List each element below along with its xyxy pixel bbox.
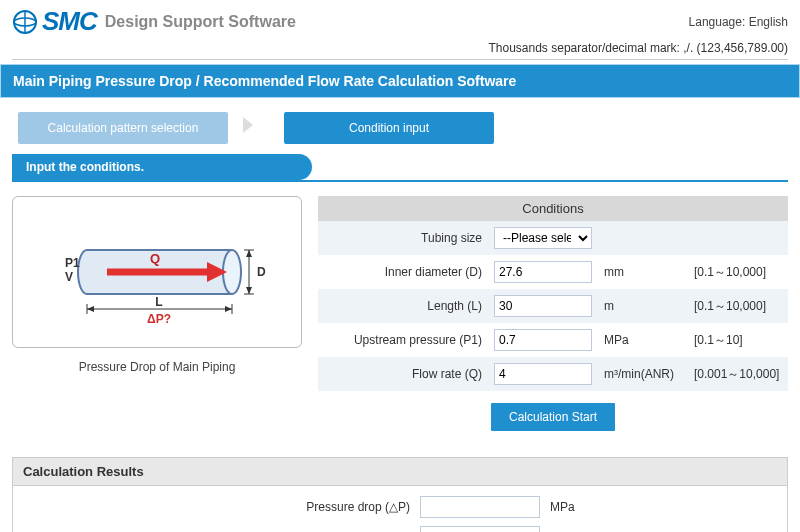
tubing-size-label: Tubing size [318, 221, 488, 255]
page-title: Main Piping Pressure Drop / Recommended … [0, 64, 800, 98]
avg-flow-output [420, 526, 540, 532]
condition-heading: Input the conditions. [12, 154, 312, 180]
inner-diameter-input[interactable] [494, 261, 592, 283]
upstream-pressure-input[interactable] [494, 329, 592, 351]
svg-marker-17 [246, 287, 252, 294]
tubing-size-select[interactable]: --Please select-- [494, 227, 592, 249]
diagram-caption: Pressure Drop of Main Piping [12, 360, 302, 374]
separator-note: Thousands separator/decimal mark: ,/. (1… [0, 37, 800, 57]
smc-globe-icon [12, 9, 38, 35]
svg-text:Q: Q [150, 251, 160, 266]
brand-text: SMC [42, 6, 97, 37]
length-label: Length (L) [318, 289, 488, 323]
svg-marker-16 [246, 250, 252, 257]
calculation-start-button[interactable]: Calculation Start [491, 403, 615, 431]
svg-text:L: L [155, 295, 162, 309]
language-selector[interactable]: Language: English [689, 15, 788, 29]
conditions-heading: Conditions [318, 196, 788, 221]
chevron-right-icon [236, 113, 260, 143]
svg-marker-23 [225, 306, 232, 312]
piping-diagram: Q P1 V D L ΔP? [12, 196, 302, 348]
svg-text:P1: P1 [65, 256, 80, 270]
product-title: Design Support Software [105, 13, 296, 31]
flow-rate-label: Flow rate (Q) [318, 357, 488, 391]
length-input[interactable] [494, 295, 592, 317]
results-heading: Calculation Results [12, 457, 788, 486]
svg-text:D: D [257, 265, 266, 279]
step-pattern-selection[interactable]: Calculation pattern selection [18, 112, 228, 144]
flow-rate-input[interactable] [494, 363, 592, 385]
pressure-drop-label: Pressure drop (△P) [190, 500, 410, 514]
svg-marker-22 [87, 306, 94, 312]
upstream-pressure-label: Upstream pressure (P1) [318, 323, 488, 357]
svg-text:V: V [65, 270, 73, 284]
svg-text:ΔP?: ΔP? [147, 312, 171, 326]
brand-logo: SMC [12, 6, 97, 37]
pressure-drop-output [420, 496, 540, 518]
step-condition-input[interactable]: Condition input [284, 112, 494, 144]
inner-diameter-label: Inner diameter (D) [318, 255, 488, 289]
